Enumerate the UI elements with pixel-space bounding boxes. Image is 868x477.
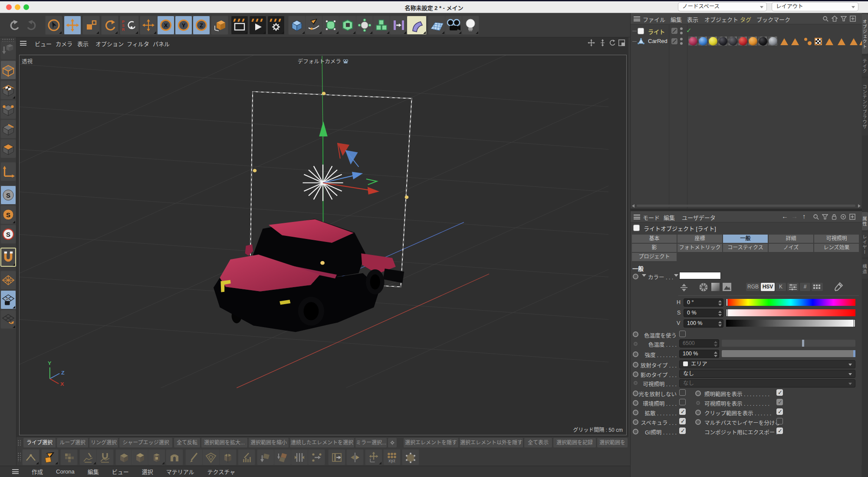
material-tag[interactable]	[748, 36, 757, 46]
image-mode-icon[interactable]	[723, 283, 731, 291]
make-editable-button[interactable]	[0, 40, 16, 60]
array-menu[interactable]	[373, 16, 390, 35]
saturation-slider-handle[interactable]	[726, 309, 728, 317]
close-window-button[interactable]	[6, 4, 12, 10]
search-icon[interactable]	[822, 16, 829, 22]
compact-mode-icon[interactable]	[679, 283, 689, 292]
hex-mode-button[interactable]: #	[800, 283, 810, 291]
viewport-menu-filter[interactable]: フィルタ	[127, 40, 149, 48]
enabled-check-icon[interactable]: ✓	[686, 26, 692, 34]
om-menu-view[interactable]: 表示	[687, 15, 698, 23]
viewport-menu-view[interactable]: ビュー	[35, 40, 52, 48]
material-tag[interactable]	[768, 36, 777, 46]
undo-button[interactable]	[5, 16, 23, 35]
viewport-menu-display[interactable]: 表示	[77, 40, 89, 48]
tab-caustics[interactable]: コースティクス	[723, 244, 768, 252]
s-value-field[interactable]: 0 %	[684, 309, 723, 317]
coordinate-system-toggle[interactable]	[211, 16, 228, 35]
quantize-button[interactable]	[60, 449, 78, 465]
bridge-button[interactable]	[166, 449, 183, 465]
mixer-mode-icon[interactable]	[787, 283, 799, 291]
ring-selection-button[interactable]: リング選択	[89, 438, 118, 447]
deformer-menu[interactable]	[407, 16, 427, 35]
swatches-mode-icon[interactable]	[812, 283, 823, 291]
render-picture-viewer-button[interactable]	[249, 16, 266, 35]
tab-structure[interactable]: 構造	[862, 259, 868, 279]
matrix-extrude-button[interactable]	[148, 449, 165, 465]
selection-tag-icon[interactable]	[825, 38, 833, 45]
show-clipping-checkbox[interactable]	[776, 408, 783, 415]
lock-workplane-button[interactable]	[0, 290, 16, 309]
unhide-all-button[interactable]: 全て表示	[524, 438, 552, 447]
menu-edit[interactable]: 編集	[88, 467, 99, 476]
live-selection-tool[interactable]	[45, 16, 62, 35]
mirror-tool-button[interactable]	[346, 449, 364, 465]
rotate-faces-button[interactable]	[257, 449, 274, 465]
filter-icon[interactable]	[822, 214, 828, 220]
stepper-icon[interactable]	[718, 300, 722, 306]
polygon-mode-button[interactable]	[0, 139, 16, 158]
am-menu-mode[interactable]: モード	[643, 213, 660, 222]
restore-selection-button[interactable]: 選択範囲を	[597, 438, 628, 447]
point-tag-icon[interactable]	[804, 38, 807, 41]
show-illumination-checkbox[interactable]	[776, 389, 783, 396]
axis-center-button[interactable]	[365, 449, 382, 465]
snap-toggle-button[interactable]	[0, 248, 16, 267]
intensity-slider[interactable]	[722, 350, 855, 357]
pan-view-icon[interactable]	[588, 39, 595, 46]
back-arrow-icon[interactable]: ←	[782, 212, 788, 220]
target-icon[interactable]	[840, 214, 846, 220]
extrude-inner-button[interactable]	[132, 449, 149, 465]
object-name[interactable]: ライト	[648, 27, 665, 36]
tab-coordinates[interactable]: 座標	[677, 235, 722, 243]
floor-menu[interactable]	[428, 16, 445, 35]
editor-visibility-dot[interactable]	[680, 38, 683, 40]
viewport-solo-single-button[interactable]: S	[0, 205, 16, 224]
animation-dot[interactable]	[695, 391, 701, 396]
polygon-pen-button[interactable]	[41, 449, 59, 465]
invert-all-button[interactable]: 全て反転	[174, 438, 200, 447]
object-name[interactable]: CarRed	[648, 38, 667, 44]
tab-noise[interactable]: ノイズ	[769, 244, 813, 252]
selection-tag-icon[interactable]	[838, 38, 845, 45]
menu-select[interactable]: 選択	[142, 467, 153, 476]
y-axis-lock-toggle[interactable]: Y	[175, 16, 192, 35]
cone-cut-button[interactable]	[202, 449, 220, 465]
cube-points-button[interactable]	[402, 449, 419, 465]
lock-icon[interactable]	[831, 214, 837, 220]
stepper-icon[interactable]	[718, 321, 722, 327]
loop-selection-button[interactable]: ループ選択	[57, 438, 88, 447]
intensity-field[interactable]: 100 %	[679, 350, 719, 358]
object-row-carred[interactable]: CarRed	[631, 36, 862, 47]
om-menu-bookmarks[interactable]: ブックマーク	[756, 15, 790, 23]
knife-button[interactable]	[185, 449, 203, 465]
rgb-mode-button[interactable]: RGB	[746, 283, 760, 291]
material-tag[interactable]	[698, 36, 707, 46]
rotate-view-icon[interactable]	[608, 39, 616, 46]
temperature-field[interactable]: 6500	[679, 339, 719, 348]
animation-dot[interactable]	[695, 410, 701, 415]
object-row-light[interactable]: ライト ✓	[631, 26, 862, 36]
intensity-slider-handle[interactable]	[853, 350, 855, 357]
selection-tag-icon[interactable]	[850, 38, 858, 45]
multipass-checkbox[interactable]	[776, 418, 783, 424]
menu-material[interactable]: マテリアル	[166, 467, 194, 476]
value-slider-handle[interactable]	[854, 319, 855, 327]
om-menu-edit[interactable]: 編集	[671, 15, 682, 23]
model-mode-button[interactable]	[0, 60, 16, 80]
tab-lens-effects[interactable]: レンズ効果	[814, 244, 859, 252]
strip-grip[interactable]	[17, 440, 21, 447]
edge-mode-button[interactable]	[0, 119, 16, 139]
point-mode-button[interactable]	[0, 100, 16, 119]
om-menu-objects[interactable]: オブジェクト	[704, 15, 738, 23]
cube-primitive-menu[interactable]	[288, 16, 306, 35]
minimize-window-button[interactable]	[15, 4, 20, 10]
mirror-selection-button[interactable]: ミラー選択...	[355, 438, 387, 447]
camera-label[interactable]: デフォルトカメラ	[298, 59, 341, 65]
axis-move-tool[interactable]	[140, 16, 157, 35]
scale-tool[interactable]	[82, 16, 100, 35]
strip-grip[interactable]	[17, 452, 21, 462]
generator-menu[interactable]	[339, 16, 356, 35]
h-value-field[interactable]: 0 °	[684, 298, 723, 307]
car-object[interactable]	[214, 219, 404, 332]
